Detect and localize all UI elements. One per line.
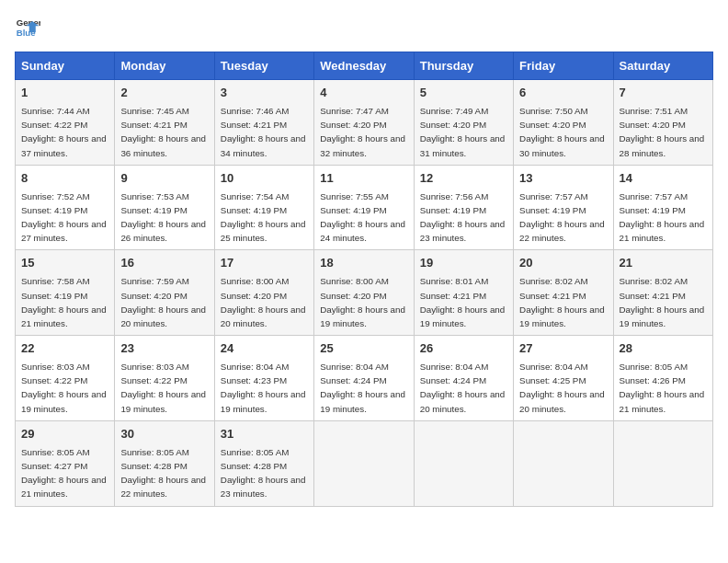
calendar-cell bbox=[514, 420, 613, 506]
calendar-cell: 21Sunrise: 8:02 AMSunset: 4:21 PMDayligh… bbox=[613, 250, 712, 336]
day-info: Sunrise: 7:58 AMSunset: 4:19 PMDaylight:… bbox=[21, 276, 107, 328]
day-info: Sunrise: 7:50 AMSunset: 4:20 PMDaylight:… bbox=[519, 106, 605, 158]
day-number: 10 bbox=[221, 170, 308, 188]
day-info: Sunrise: 7:56 AMSunset: 4:19 PMDaylight:… bbox=[420, 191, 506, 244]
day-info: Sunrise: 7:59 AMSunset: 4:20 PMDaylight:… bbox=[120, 276, 206, 328]
day-info: Sunrise: 8:04 AMSunset: 4:24 PMDaylight:… bbox=[420, 362, 506, 414]
calendar-cell: 9Sunrise: 7:53 AMSunset: 4:19 PMDaylight… bbox=[115, 165, 214, 250]
day-info: Sunrise: 8:00 AMSunset: 4:20 PMDaylight:… bbox=[221, 276, 306, 328]
day-info: Sunrise: 7:46 AMSunset: 4:21 PMDaylight:… bbox=[221, 106, 306, 158]
logo: General Blue bbox=[15, 15, 44, 40]
day-info: Sunrise: 8:02 AMSunset: 4:21 PMDaylight:… bbox=[519, 276, 605, 328]
calendar-cell: 4Sunrise: 7:47 AMSunset: 4:20 PMDaylight… bbox=[314, 80, 414, 166]
day-info: Sunrise: 8:05 AMSunset: 4:28 PMDaylight:… bbox=[221, 447, 306, 500]
weekday-header-sunday: Sunday bbox=[16, 52, 115, 80]
day-number: 5 bbox=[420, 85, 507, 102]
calendar-cell: 8Sunrise: 7:52 AMSunset: 4:19 PMDaylight… bbox=[16, 165, 115, 250]
day-info: Sunrise: 7:52 AMSunset: 4:19 PMDaylight:… bbox=[21, 191, 107, 244]
calendar-cell: 20Sunrise: 8:02 AMSunset: 4:21 PMDayligh… bbox=[514, 250, 613, 336]
calendar-cell bbox=[314, 420, 414, 506]
day-info: Sunrise: 8:05 AMSunset: 4:27 PMDaylight:… bbox=[21, 447, 107, 500]
calendar-cell: 10Sunrise: 7:54 AMSunset: 4:19 PMDayligh… bbox=[214, 165, 313, 250]
weekday-header-wednesday: Wednesday bbox=[314, 52, 414, 80]
day-number: 14 bbox=[620, 170, 707, 188]
calendar-cell: 18Sunrise: 8:00 AMSunset: 4:20 PMDayligh… bbox=[314, 250, 414, 336]
calendar-cell: 31Sunrise: 8:05 AMSunset: 4:28 PMDayligh… bbox=[214, 420, 313, 506]
day-number: 15 bbox=[21, 255, 108, 272]
calendar-cell: 28Sunrise: 8:05 AMSunset: 4:26 PMDayligh… bbox=[613, 336, 712, 421]
day-info: Sunrise: 7:57 AMSunset: 4:19 PMDaylight:… bbox=[519, 191, 605, 244]
weekday-header-tuesday: Tuesday bbox=[214, 52, 313, 80]
calendar-cell: 7Sunrise: 7:51 AMSunset: 4:20 PMDaylight… bbox=[613, 80, 712, 166]
calendar-cell: 24Sunrise: 8:04 AMSunset: 4:23 PMDayligh… bbox=[214, 336, 313, 421]
day-number: 8 bbox=[21, 170, 108, 188]
calendar-cell: 27Sunrise: 8:04 AMSunset: 4:25 PMDayligh… bbox=[514, 336, 613, 421]
day-number: 17 bbox=[221, 255, 308, 272]
day-number: 9 bbox=[120, 170, 208, 188]
day-info: Sunrise: 8:05 AMSunset: 4:28 PMDaylight:… bbox=[120, 447, 206, 500]
day-number: 3 bbox=[221, 85, 308, 102]
day-number: 13 bbox=[519, 170, 607, 188]
day-number: 6 bbox=[519, 85, 607, 102]
calendar-week-1: 1Sunrise: 7:44 AMSunset: 4:22 PMDaylight… bbox=[16, 80, 713, 166]
calendar-cell: 16Sunrise: 7:59 AMSunset: 4:20 PMDayligh… bbox=[115, 250, 214, 336]
calendar-table: SundayMondayTuesdayWednesdayThursdayFrid… bbox=[15, 52, 713, 507]
day-number: 12 bbox=[420, 170, 507, 188]
day-info: Sunrise: 7:47 AMSunset: 4:20 PMDaylight:… bbox=[320, 106, 405, 158]
day-info: Sunrise: 7:44 AMSunset: 4:22 PMDaylight:… bbox=[21, 106, 107, 158]
day-info: Sunrise: 8:04 AMSunset: 4:23 PMDaylight:… bbox=[221, 362, 306, 414]
calendar-cell: 11Sunrise: 7:55 AMSunset: 4:19 PMDayligh… bbox=[314, 165, 414, 250]
calendar-cell: 30Sunrise: 8:05 AMSunset: 4:28 PMDayligh… bbox=[115, 420, 214, 506]
calendar-cell: 2Sunrise: 7:45 AMSunset: 4:21 PMDaylight… bbox=[115, 80, 214, 166]
calendar-cell: 12Sunrise: 7:56 AMSunset: 4:19 PMDayligh… bbox=[414, 165, 513, 250]
day-number: 7 bbox=[620, 85, 707, 102]
calendar-cell: 6Sunrise: 7:50 AMSunset: 4:20 PMDaylight… bbox=[514, 80, 613, 166]
day-info: Sunrise: 8:02 AMSunset: 4:21 PMDaylight:… bbox=[620, 276, 705, 328]
day-number: 26 bbox=[420, 340, 507, 358]
day-number: 30 bbox=[120, 426, 208, 443]
day-info: Sunrise: 7:51 AMSunset: 4:20 PMDaylight:… bbox=[620, 106, 705, 158]
calendar-cell: 19Sunrise: 8:01 AMSunset: 4:21 PMDayligh… bbox=[414, 250, 513, 336]
day-number: 11 bbox=[320, 170, 407, 188]
calendar-cell: 26Sunrise: 8:04 AMSunset: 4:24 PMDayligh… bbox=[414, 336, 513, 421]
calendar-cell: 23Sunrise: 8:03 AMSunset: 4:22 PMDayligh… bbox=[115, 336, 214, 421]
calendar-cell bbox=[613, 420, 712, 506]
day-number: 2 bbox=[120, 85, 208, 102]
day-number: 22 bbox=[21, 340, 108, 358]
page-header: General Blue bbox=[15, 15, 713, 40]
day-number: 31 bbox=[221, 426, 308, 443]
calendar-cell: 22Sunrise: 8:03 AMSunset: 4:22 PMDayligh… bbox=[16, 336, 115, 421]
day-info: Sunrise: 7:45 AMSunset: 4:21 PMDaylight:… bbox=[120, 106, 206, 158]
day-info: Sunrise: 8:04 AMSunset: 4:25 PMDaylight:… bbox=[519, 362, 605, 414]
weekday-header-saturday: Saturday bbox=[613, 52, 712, 80]
day-number: 18 bbox=[320, 255, 407, 272]
calendar-cell: 1Sunrise: 7:44 AMSunset: 4:22 PMDaylight… bbox=[16, 80, 115, 166]
day-number: 19 bbox=[420, 255, 507, 272]
calendar-cell: 5Sunrise: 7:49 AMSunset: 4:20 PMDaylight… bbox=[414, 80, 513, 166]
weekday-header-monday: Monday bbox=[115, 52, 214, 80]
weekday-header-thursday: Thursday bbox=[414, 52, 513, 80]
calendar-week-2: 8Sunrise: 7:52 AMSunset: 4:19 PMDaylight… bbox=[16, 165, 713, 250]
day-info: Sunrise: 7:49 AMSunset: 4:20 PMDaylight:… bbox=[420, 106, 506, 158]
day-info: Sunrise: 7:57 AMSunset: 4:19 PMDaylight:… bbox=[620, 191, 705, 244]
calendar-cell bbox=[414, 420, 513, 506]
calendar-week-4: 22Sunrise: 8:03 AMSunset: 4:22 PMDayligh… bbox=[16, 336, 713, 421]
weekday-header-friday: Friday bbox=[514, 52, 613, 80]
calendar-cell: 13Sunrise: 7:57 AMSunset: 4:19 PMDayligh… bbox=[514, 165, 613, 250]
day-number: 20 bbox=[519, 255, 607, 272]
day-number: 16 bbox=[120, 255, 208, 272]
calendar-cell: 14Sunrise: 7:57 AMSunset: 4:19 PMDayligh… bbox=[613, 165, 712, 250]
calendar-week-5: 29Sunrise: 8:05 AMSunset: 4:27 PMDayligh… bbox=[16, 420, 713, 506]
calendar-cell: 15Sunrise: 7:58 AMSunset: 4:19 PMDayligh… bbox=[16, 250, 115, 336]
day-info: Sunrise: 7:54 AMSunset: 4:19 PMDaylight:… bbox=[221, 191, 306, 244]
day-info: Sunrise: 8:05 AMSunset: 4:26 PMDaylight:… bbox=[620, 362, 705, 414]
logo-icon: General Blue bbox=[15, 15, 40, 40]
day-number: 1 bbox=[21, 85, 108, 102]
day-info: Sunrise: 8:04 AMSunset: 4:24 PMDaylight:… bbox=[320, 362, 405, 414]
day-number: 25 bbox=[320, 340, 407, 358]
calendar-week-3: 15Sunrise: 7:58 AMSunset: 4:19 PMDayligh… bbox=[16, 250, 713, 336]
day-info: Sunrise: 8:03 AMSunset: 4:22 PMDaylight:… bbox=[21, 362, 107, 414]
day-number: 21 bbox=[620, 255, 707, 272]
day-number: 29 bbox=[21, 426, 108, 443]
calendar-cell: 25Sunrise: 8:04 AMSunset: 4:24 PMDayligh… bbox=[314, 336, 414, 421]
